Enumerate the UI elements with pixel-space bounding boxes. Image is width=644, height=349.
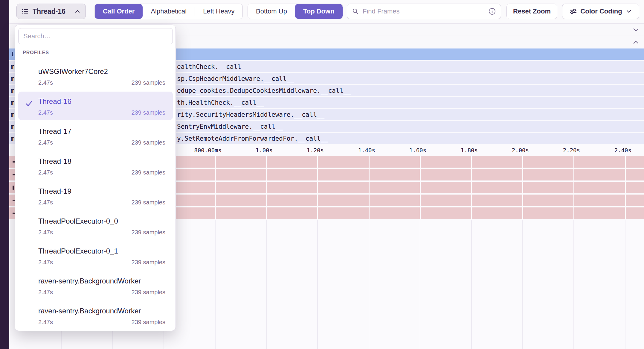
profile-item-stats: 2.47s 239 samples bbox=[38, 169, 165, 176]
thread-list-icon bbox=[22, 8, 29, 15]
profile-item-samples: 239 samples bbox=[132, 229, 165, 236]
frame-text-fragment: m bbox=[11, 75, 15, 82]
time-gridline bbox=[471, 220, 472, 349]
chevron-down-icon bbox=[625, 8, 632, 15]
frame-text-fragment: m bbox=[11, 123, 15, 130]
dropdown-search-placeholder: Search… bbox=[23, 32, 51, 40]
profile-item[interactable]: uWSGIWorker7Core2 2.47s 239 samples bbox=[18, 62, 173, 90]
profile-item[interactable]: Thread-17 2.47s 239 samples bbox=[18, 122, 173, 150]
chevron-down-icon[interactable] bbox=[632, 26, 640, 34]
profile-item-name: Thread-18 bbox=[38, 157, 71, 166]
time-gridline bbox=[420, 155, 421, 220]
cutoff-glyph bbox=[13, 213, 15, 214]
find-frames-input[interactable]: Find Frames bbox=[347, 4, 501, 19]
profile-item-duration: 2.47s bbox=[38, 319, 53, 326]
profile-item-name: raven-sentry.BackgroundWorker bbox=[38, 277, 141, 285]
profile-item[interactable]: Thread-19 2.47s 239 samples bbox=[18, 181, 173, 210]
profile-item-duration: 2.47s bbox=[38, 79, 53, 86]
frame-text-fragment: t bbox=[11, 51, 15, 58]
profile-item-stats: 2.47s 239 samples bbox=[38, 139, 165, 146]
frame-function-name: rity.SecurityHeadersMiddleware.__call__ bbox=[177, 111, 324, 118]
profiles-section-label: PROFILES bbox=[23, 50, 49, 55]
checkmark-icon bbox=[25, 99, 33, 108]
time-gridline bbox=[317, 155, 318, 220]
find-frames-placeholder: Find Frames bbox=[363, 7, 485, 15]
profile-item[interactable]: raven-sentry.BackgroundWorker 2.47s 239 … bbox=[18, 271, 173, 300]
time-gridline bbox=[369, 155, 370, 220]
profile-item-duration: 2.47s bbox=[38, 289, 53, 296]
color-coding-label: Color Coding bbox=[580, 7, 622, 15]
time-gridline bbox=[369, 220, 369, 349]
time-gridline bbox=[625, 155, 626, 220]
profile-item-stats: 2.47s 239 samples bbox=[38, 109, 165, 116]
time-gridline bbox=[317, 220, 318, 349]
profile-item-stats: 2.47s 239 samples bbox=[38, 259, 165, 266]
time-axis-tick-label: 2.40s bbox=[614, 147, 631, 154]
profile-item-duration: 2.47s bbox=[38, 229, 53, 236]
profile-item-duration: 2.47s bbox=[38, 139, 53, 146]
profile-item-stats: 2.47s 239 samples bbox=[38, 79, 165, 86]
direction-control: Bottom UpTop Down bbox=[248, 4, 343, 19]
time-axis-tick-label: 1.60s bbox=[409, 147, 426, 154]
dropdown-search-input[interactable]: Search… bbox=[18, 28, 173, 44]
frame-function-name: SentryEnvMiddleware.__call__ bbox=[177, 123, 283, 130]
sliders-icon bbox=[569, 7, 577, 15]
profile-item-samples: 239 samples bbox=[132, 139, 165, 146]
profile-item-samples: 239 samples bbox=[132, 79, 165, 86]
color-coding-button[interactable]: Color Coding bbox=[562, 4, 639, 19]
profile-item-stats: 2.47s 239 samples bbox=[38, 199, 165, 206]
sidebar-strip bbox=[0, 0, 9, 349]
time-gridline bbox=[420, 220, 420, 349]
thread-selector-button[interactable]: Thread-16 bbox=[16, 4, 86, 19]
profile-item-samples: 239 samples bbox=[132, 109, 165, 116]
time-gridline bbox=[522, 155, 523, 220]
profile-item[interactable]: Thread-16 2.47s 239 samples bbox=[18, 92, 173, 120]
profile-item-name: Thread-19 bbox=[38, 187, 71, 195]
profile-item[interactable]: raven-sentry.BackgroundWorker 2.47s 239 … bbox=[18, 301, 173, 330]
frame-function-name: edupe_cookies.DedupeCookiesMiddleware.__… bbox=[177, 87, 351, 94]
profile-item[interactable]: ThreadPoolExecutor-0_0 2.47s 239 samples bbox=[18, 211, 173, 240]
profile-item[interactable]: Thread-18 2.47s 239 samples bbox=[18, 151, 173, 180]
profiler-flamegraph-screen: Thread-16 Call OrderAlphabeticalLeft Hea… bbox=[0, 0, 644, 349]
sort-order-control: Call OrderAlphabeticalLeft Heavy bbox=[94, 4, 243, 19]
profile-item-stats: 2.47s 239 samples bbox=[38, 289, 165, 296]
profile-item-name: Thread-17 bbox=[38, 127, 71, 136]
sort-order-option[interactable]: Alphabetical bbox=[143, 4, 195, 19]
profile-item-duration: 2.47s bbox=[38, 199, 53, 206]
profile-item-samples: 239 samples bbox=[132, 289, 165, 296]
time-gridline bbox=[266, 155, 267, 220]
direction-option[interactable]: Top Down bbox=[295, 4, 343, 19]
frame-text-fragment: m bbox=[11, 99, 15, 106]
time-gridline bbox=[573, 155, 574, 220]
time-gridline bbox=[215, 220, 216, 349]
profile-item-duration: 2.47s bbox=[38, 259, 53, 266]
toolbar: Thread-16 Call OrderAlphabeticalLeft Hea… bbox=[9, 0, 644, 24]
chevron-up-icon[interactable] bbox=[632, 39, 640, 46]
frame-function-name: ealthCheck.__call__ bbox=[177, 63, 249, 70]
profile-item-samples: 239 samples bbox=[132, 169, 165, 176]
frame-text-fragment: m bbox=[11, 87, 15, 94]
info-icon[interactable] bbox=[488, 7, 496, 15]
profile-item-samples: 239 samples bbox=[132, 319, 165, 326]
profile-item-samples: 239 samples bbox=[132, 259, 165, 266]
profile-item-duration: 2.47s bbox=[38, 169, 53, 176]
sort-order-option[interactable]: Call Order bbox=[95, 4, 143, 19]
sort-order-option[interactable]: Left Heavy bbox=[195, 4, 242, 19]
reset-zoom-button[interactable]: Reset Zoom bbox=[506, 4, 557, 19]
time-gridline bbox=[625, 220, 625, 349]
thread-selector-label: Thread-16 bbox=[33, 7, 70, 16]
thread-selector-dropdown: Search… PROFILES uWSGIWorker7Core2 2.47s… bbox=[15, 25, 176, 331]
profile-item-name: raven-sentry.BackgroundWorker bbox=[38, 307, 141, 315]
profile-item-name: ThreadPoolExecutor-0_0 bbox=[38, 217, 118, 225]
time-gridline bbox=[522, 220, 523, 349]
time-axis-tick-label: 1.00s bbox=[256, 147, 273, 154]
time-gridline bbox=[471, 155, 472, 220]
direction-option[interactable]: Bottom Up bbox=[248, 4, 295, 19]
time-axis-tick-label: 1.40s bbox=[358, 147, 375, 154]
time-axis-tick-label: 800.00ms bbox=[194, 147, 222, 154]
profile-item[interactable]: ThreadPoolExecutor-0_1 2.47s 239 samples bbox=[18, 241, 173, 270]
search-icon bbox=[352, 8, 359, 15]
frame-function-name: sp.CspHeaderMiddleware.__call__ bbox=[177, 75, 294, 82]
profile-item-name: uWSGIWorker7Core2 bbox=[38, 67, 108, 76]
time-axis-tick-label: 2.00s bbox=[512, 147, 529, 154]
